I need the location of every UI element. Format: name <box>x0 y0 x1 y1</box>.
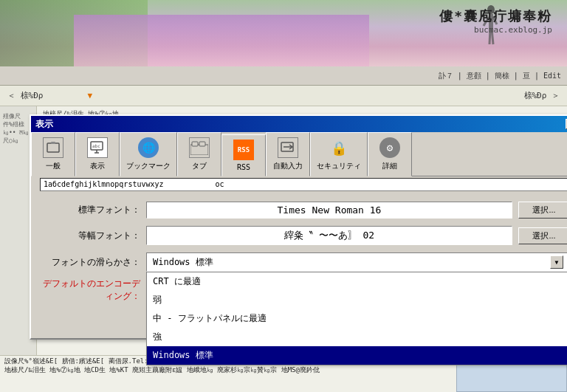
nav-next[interactable]: 榇%Ðρ ＞ <box>524 90 560 101</box>
mono-font-row: 等幅フォント： 縡粂〝 〜〜あ〗 02 選択... <box>43 226 567 245</box>
font-smooth-label: フォントの滑らかさ： <box>43 256 146 269</box>
svg-rect-7 <box>51 142 55 144</box>
nav-bar: 訃７ | 意顴 | 簡榇 | 亘 | Edit <box>0 66 567 86</box>
header-flowers <box>74 15 369 66</box>
encoding-label: デフォルトのエンコーディング： <box>43 278 146 303</box>
bottom-line2: 地榇尺/‰泪生 地%⑦㎏地 地CD生 地%KT 廃矧主藕廠附ε媪 地峨地㎏ 廃家… <box>4 366 444 375</box>
blog-title-area: 僂*囊庖疔墉奉粉 bucmac.exblog.jp <box>439 7 552 35</box>
tab-general[interactable]: 一般 <box>31 132 75 176</box>
svg-rect-6 <box>47 143 59 152</box>
general-icon <box>41 136 65 159</box>
nav-links: 訃７ | 意顴 | 簡榇 | 亘 | Edit <box>439 71 561 81</box>
font-preview-strip: 1абcdеfghіjklmnopqrstuvwxyz ос <box>40 178 567 191</box>
dropdown-list: CRT に最適 弱 中 - フラットパネルに最適 強 Windows 標準 <box>146 272 567 365</box>
font-smooth-row: フォントの滑らかさ： Windows 標準 ▼ CRT に最適 弱 中 - フラ… <box>43 252 567 272</box>
tab-autoinput-label: 自動入力 <box>273 161 303 171</box>
dropdown-option-weak[interactable]: 弱 <box>147 291 567 309</box>
dropdown-current-value: Windows 標準 <box>153 256 213 269</box>
standard-font-select-button[interactable]: 選択... <box>518 202 567 219</box>
tab-tab[interactable]: タブ <box>177 132 221 176</box>
dialog-tab-strip: 一般 abc 表示 🌐 ブックマーク <box>31 132 567 176</box>
standard-font-value: Times New Roman 16 <box>146 202 512 219</box>
rss-icon: RSS <box>232 138 255 162</box>
mono-font-select-button[interactable]: 選択... <box>518 227 567 244</box>
blog-subtitle: bucmac.exblog.jp <box>439 25 552 35</box>
tab-rss[interactable]: RSS RSS <box>221 134 266 176</box>
security-icon: 🔒 <box>327 136 351 159</box>
preferences-dialog: 表示 × 一般 <box>30 114 567 340</box>
tab-display-label: 表示 <box>90 161 105 171</box>
nav-prev[interactable]: ＜ 榇%Ðρ <box>7 90 44 101</box>
sidebar-text: 殂像尺件%殂榇㎏•• ਲ㎏尺○㎏ <box>3 112 33 145</box>
dropdown-arrow-button[interactable]: ▼ <box>550 255 563 269</box>
dropdown-option-crt[interactable]: CRT に最適 <box>147 272 567 291</box>
blog-title: 僂*囊庖疔墉奉粉 <box>439 7 552 25</box>
detail-icon: ⚙ <box>378 136 402 159</box>
tab-security[interactable]: 🔒 セキュリティ <box>310 132 368 176</box>
bookmark-icon: 🌐 <box>137 136 160 159</box>
mono-font-value: 縡粂〝 〜〜あ〗 02 <box>146 226 512 245</box>
tab-detail[interactable]: ⚙ 詳細 <box>368 132 412 176</box>
dialog-titlebar: 表示 × <box>31 116 567 132</box>
dialog-title: 表示 <box>35 118 53 131</box>
svg-text:abc: abc <box>92 143 100 148</box>
font-smooth-dropdown[interactable]: Windows 標準 ▼ CRT に最適 弱 中 - フラットパネルに最適 強 … <box>146 252 567 272</box>
dropdown-option-strong[interactable]: 強 <box>147 328 567 346</box>
standard-font-row: 標準フォント： Times New Roman 16 選択... <box>43 202 567 219</box>
svg-rect-14 <box>199 142 205 146</box>
tab-icon <box>188 136 211 159</box>
tab-bookmark[interactable]: 🌐 ブックマーク <box>120 132 177 176</box>
tab-rss-label: RSS <box>237 163 250 171</box>
tab-autoinput[interactable]: 自動入力 <box>266 132 310 176</box>
svg-rect-13 <box>192 142 198 146</box>
tab-bookmark-label: ブックマーク <box>126 161 171 171</box>
display-icon: abc <box>86 136 109 159</box>
dialog-main-content: 標準フォント： Times New Roman 16 選択... 等幅フォント：… <box>31 193 567 312</box>
mono-font-label: 等幅フォント： <box>43 230 146 242</box>
blog-header: 僂*囊庖疔墉奉粉 bucmac.exblog.jp <box>0 0 567 66</box>
tab-display[interactable]: abc 表示 <box>75 132 120 176</box>
nav-arrow: ▼ <box>88 91 93 100</box>
dropdown-option-flat[interactable]: 中 - フラットパネルに最適 <box>147 309 567 328</box>
preview-strip-container: 1абcdеfghіjklmnopqrstuvwxyz ос <box>31 176 567 193</box>
tab-general-label: 一般 <box>46 161 61 171</box>
standard-font-label: 標準フォント： <box>43 204 146 216</box>
preview-text: 1абcdеfghіjklmnopqrstuvwxyz ос <box>44 179 224 190</box>
dropdown-option-windows[interactable]: Windows 標準 <box>147 346 567 365</box>
tab-security-label: セキュリティ <box>317 161 361 171</box>
tab-detail-label: 詳細 <box>382 161 397 171</box>
tab-tab-label: タブ <box>192 161 207 171</box>
blog-content-nav: ＜ 榇%Ðρ ▼ 榇%Ðρ ＞ <box>0 86 567 106</box>
dropdown-selected-value[interactable]: Windows 標準 ▼ <box>146 252 567 272</box>
autoinput-icon <box>276 136 300 159</box>
